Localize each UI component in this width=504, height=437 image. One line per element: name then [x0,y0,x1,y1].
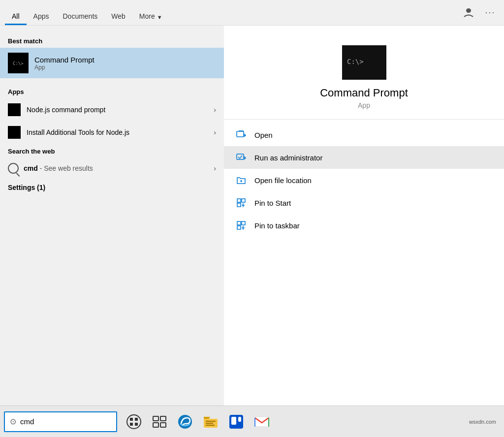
wsxdn-label: wsxdn.com [469,419,496,425]
trello-button[interactable] [224,410,248,434]
action-list: Open Run as administrator [224,120,504,241]
svg-rect-0 [466,8,471,13]
action-pin-start-label: Pin to Start [254,199,291,207]
web-search-text: cmd - See web results [24,164,93,172]
svg-rect-5 [237,131,244,137]
apps-section-label: Apps [0,84,224,98]
folder-icon [236,175,247,186]
edge-button[interactable] [173,410,197,434]
action-open[interactable]: Open [224,124,504,146]
tab-documents[interactable]: Documents [56,0,104,25]
app-item-label: Install Additional Tools for Node.js [27,128,129,136]
left-panel: Best match C:\> Command Prompt App Apps … [0,26,224,406]
search-input[interactable] [20,417,111,426]
tab-apps[interactable]: Apps [27,0,56,25]
svg-text:C:\>: C:\> [13,61,24,66]
apps-list: Node.js command prompt › Install Additio… [0,98,224,144]
action-open-label: Open [254,131,273,139]
windows-button[interactable] [122,410,146,434]
right-panel: C:\> Command Prompt App Open [224,26,504,406]
svg-rect-27 [160,416,166,421]
best-match-text: Command Prompt App [34,56,94,71]
action-pin-taskbar[interactable]: Pin to taskbar [224,214,504,237]
svg-rect-18 [237,226,241,229]
app-item-label: Node.js command prompt [27,106,105,114]
svg-rect-26 [153,416,158,421]
file-explorer-button[interactable] [199,410,222,434]
action-open-location-label: Open file location [254,176,312,185]
taskbar-right: wsxdn.com [469,419,500,425]
svg-rect-37 [238,417,241,422]
search-icon [8,163,19,174]
tab-web[interactable]: Web [104,0,132,25]
pin-taskbar-icon [236,220,247,231]
best-match-item[interactable]: C:\> Command Prompt App [0,48,224,78]
shield-icon [236,152,247,163]
gmail-button[interactable] [250,410,274,434]
app-detail-icon: C:\> [342,45,386,80]
nav-tabs: All Apps Documents Web More ▼ [5,0,460,25]
svg-point-21 [127,415,141,429]
svg-rect-29 [160,423,166,427]
chevron-right-icon: › [214,128,216,136]
best-match-name: Command Prompt [34,56,94,64]
search-box[interactable]: ⊙ [4,411,117,432]
chevron-down-icon: ▼ [157,14,162,20]
search-box-icon: ⊙ [10,417,16,426]
main-container: Best match C:\> Command Prompt App Apps … [0,26,504,406]
nav-right-icons: ··· [460,3,499,25]
nodejs-icon [8,103,21,116]
web-search-item[interactable]: cmd - See web results › [0,158,224,179]
app-item-nodejs[interactable]: Node.js command prompt › [0,98,224,121]
svg-rect-34 [206,425,215,426]
svg-rect-36 [231,417,236,425]
action-pin-start[interactable]: Pin to Start [224,191,504,214]
command-prompt-icon: C:\> [8,53,29,73]
app-detail-header: C:\> Command Prompt App [224,26,504,120]
svg-rect-16 [237,221,241,225]
app-detail-type: App [358,101,370,109]
best-match-label: Best match [0,33,224,48]
action-run-admin[interactable]: Run as administrator [224,146,504,169]
pin-start-icon [236,197,247,208]
svg-rect-32 [206,421,216,422]
chevron-right-icon: › [214,164,216,172]
best-match-type: App [34,64,94,71]
svg-rect-24 [130,423,133,426]
action-run-admin-label: Run as administrator [254,154,322,162]
more-options-button[interactable]: ··· [481,3,499,21]
svg-rect-23 [135,418,138,421]
app-detail-name: Command Prompt [320,87,408,99]
install-nodejs-icon [8,126,21,139]
taskbar: ⊙ [0,406,504,437]
open-icon [236,129,247,140]
action-open-location[interactable]: Open file location [224,169,504,191]
app-item-install-nodejs[interactable]: Install Additional Tools for Node.js › [0,121,224,144]
web-section-label: Search the web [0,144,224,158]
svg-rect-7 [237,154,244,159]
task-view-button[interactable] [148,410,171,434]
chevron-right-icon: › [214,106,216,114]
svg-rect-17 [242,221,245,225]
action-pin-taskbar-label: Pin to taskbar [254,221,300,230]
svg-rect-38 [255,417,269,427]
account-button[interactable] [460,3,477,21]
taskbar-icons [122,410,468,434]
svg-rect-22 [130,418,133,421]
svg-rect-28 [153,423,158,427]
tab-all[interactable]: All [5,0,27,25]
tab-more[interactable]: More ▼ [132,0,169,25]
svg-rect-11 [237,199,241,202]
svg-text:C:\>: C:\> [347,58,364,65]
svg-rect-12 [242,199,245,202]
svg-rect-25 [135,423,138,426]
svg-rect-33 [206,423,213,424]
top-nav: All Apps Documents Web More ▼ ··· [0,0,504,26]
settings-item[interactable]: Settings (1) [0,179,224,196]
svg-rect-13 [237,203,241,207]
